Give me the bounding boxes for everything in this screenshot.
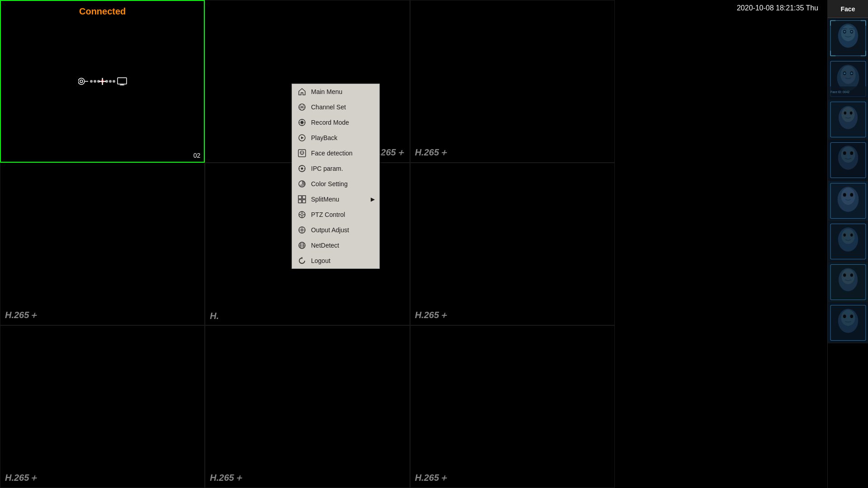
h265-label-9: H.265＋ bbox=[415, 472, 448, 484]
h265-label-7: H.265＋ bbox=[5, 472, 38, 484]
menu-label-face-detection: Face detection bbox=[311, 150, 374, 157]
menu-label-channel-set: Channel Set bbox=[311, 103, 374, 111]
split-menu-icon bbox=[297, 195, 307, 204]
home-icon bbox=[297, 87, 307, 96]
record-mode-icon bbox=[297, 118, 307, 127]
svg-point-73 bbox=[301, 121, 304, 124]
svg-rect-3 bbox=[118, 78, 127, 84]
menu-item-logout[interactable]: Logout bbox=[292, 253, 379, 268]
camera-cell-4[interactable]: H.265＋ bbox=[0, 163, 205, 325]
face-thumb-5[interactable] bbox=[828, 181, 868, 221]
face-thumb-1[interactable] bbox=[828, 18, 868, 59]
svg-rect-94 bbox=[302, 196, 306, 199]
svg-point-82 bbox=[301, 152, 302, 153]
monitor-icon bbox=[117, 77, 127, 85]
split-menu-arrow: ▶ bbox=[371, 196, 375, 202]
menu-label-main-menu: Main Menu bbox=[311, 88, 374, 95]
menu-label-playback: PlayBack bbox=[311, 134, 374, 141]
svg-line-90 bbox=[300, 166, 300, 167]
dot-2 bbox=[94, 80, 96, 83]
menu-label-net-detect: NetDetect bbox=[311, 242, 374, 249]
svg-point-54 bbox=[850, 234, 853, 237]
face-thumb-7[interactable] bbox=[828, 262, 868, 303]
h265-label-3: H.265＋ bbox=[415, 146, 448, 159]
svg-point-60 bbox=[850, 273, 853, 277]
face-thumb-3[interactable] bbox=[828, 99, 868, 140]
menu-label-output-adjust: Output Adjust bbox=[311, 226, 374, 234]
menu-item-ptz-control[interactable]: PTZ Control bbox=[292, 207, 379, 222]
menu-label-ptz-control: PTZ Control bbox=[311, 211, 374, 218]
svg-point-53 bbox=[843, 234, 846, 237]
camera-cell-7[interactable]: H.265＋ bbox=[0, 325, 205, 488]
menu-item-split-menu[interactable]: SplitMenu ▶ bbox=[292, 192, 379, 207]
svg-point-42 bbox=[850, 151, 853, 155]
face-detection-icon bbox=[297, 149, 307, 158]
cell-number-1: 02 bbox=[193, 152, 201, 159]
ptz-control-icon bbox=[297, 210, 307, 219]
logout-icon bbox=[297, 256, 307, 265]
menu-label-color-setting: Color Setting bbox=[311, 180, 374, 188]
svg-point-8 bbox=[841, 25, 855, 42]
menu-label-record-mode: Record Mode bbox=[311, 119, 374, 126]
svg-point-65 bbox=[843, 314, 846, 318]
menu-item-channel-set[interactable]: Channel Set bbox=[292, 99, 379, 115]
playback-icon bbox=[297, 133, 307, 142]
svg-point-34 bbox=[842, 107, 855, 122]
h265-label-5: H. bbox=[210, 311, 219, 321]
channel-set-icon bbox=[297, 103, 307, 112]
svg-point-85 bbox=[301, 168, 303, 170]
net-detect-icon bbox=[297, 241, 307, 250]
h265-label-6: H.265＋ bbox=[415, 309, 448, 321]
svg-marker-79 bbox=[301, 136, 304, 139]
menu-item-playback[interactable]: PlayBack bbox=[292, 130, 379, 145]
h265-label-8: H.265＋ bbox=[210, 472, 243, 484]
svg-point-1 bbox=[80, 80, 83, 83]
camera-cell-9[interactable]: H.265＋ bbox=[410, 325, 615, 488]
svg-point-35 bbox=[844, 112, 847, 115]
face-thumb-6[interactable] bbox=[828, 221, 868, 262]
svg-point-47 bbox=[843, 193, 846, 197]
camera-cell-1[interactable]: Connected ✕ bbox=[0, 0, 205, 163]
camera-cell-6[interactable]: H.265＋ bbox=[410, 163, 615, 325]
context-menu: Main Menu Channel Set Record Mode bbox=[292, 84, 380, 269]
svg-point-27 bbox=[844, 72, 845, 74]
crosshair: + bbox=[98, 74, 107, 89]
menu-item-main-menu[interactable]: Main Menu bbox=[292, 84, 379, 99]
svg-point-52 bbox=[842, 229, 855, 244]
output-adjust-icon bbox=[297, 225, 307, 235]
svg-point-0 bbox=[78, 78, 85, 84]
svg-point-24 bbox=[840, 66, 855, 84]
menu-item-face-detection[interactable]: Face detection bbox=[292, 145, 379, 161]
svg-rect-80 bbox=[298, 150, 306, 157]
dot-6 bbox=[109, 80, 112, 83]
sidebar-face-label: Face bbox=[841, 5, 855, 13]
camera-cell-3[interactable]: H.265＋ bbox=[410, 0, 615, 163]
svg-text:Face ID: 0042: Face ID: 0042 bbox=[830, 90, 849, 94]
camera-cell-8[interactable]: H.265＋ bbox=[205, 325, 410, 488]
menu-item-output-adjust[interactable]: Output Adjust bbox=[292, 222, 379, 238]
svg-point-59 bbox=[843, 273, 846, 277]
svg-point-40 bbox=[841, 146, 855, 163]
sidebar-header: Face bbox=[828, 0, 868, 18]
dot-7 bbox=[113, 80, 115, 83]
svg-point-64 bbox=[841, 310, 855, 326]
face-thumb-8[interactable] bbox=[828, 303, 868, 343]
face-thumb-4[interactable] bbox=[828, 140, 868, 181]
menu-item-net-detect[interactable]: NetDetect bbox=[292, 238, 379, 253]
svg-point-36 bbox=[850, 112, 853, 115]
svg-point-48 bbox=[850, 193, 853, 197]
connected-label: Connected bbox=[79, 6, 126, 17]
menu-item-color-setting[interactable]: Color Setting bbox=[292, 176, 379, 192]
svg-rect-93 bbox=[298, 196, 302, 199]
menu-item-record-mode[interactable]: Record Mode bbox=[292, 115, 379, 130]
face-thumb-2[interactable]: Face ID: 0042 bbox=[828, 59, 868, 99]
svg-point-11 bbox=[844, 31, 845, 33]
svg-rect-96 bbox=[302, 200, 306, 203]
svg-rect-95 bbox=[298, 200, 302, 203]
svg-point-28 bbox=[851, 72, 853, 74]
svg-point-83 bbox=[302, 152, 303, 153]
menu-label-ipc-param: IPC param. bbox=[311, 165, 374, 172]
menu-item-ipc-param[interactable]: IPC param. bbox=[292, 161, 379, 176]
menu-label-logout: Logout bbox=[311, 257, 374, 264]
svg-point-41 bbox=[843, 151, 846, 155]
